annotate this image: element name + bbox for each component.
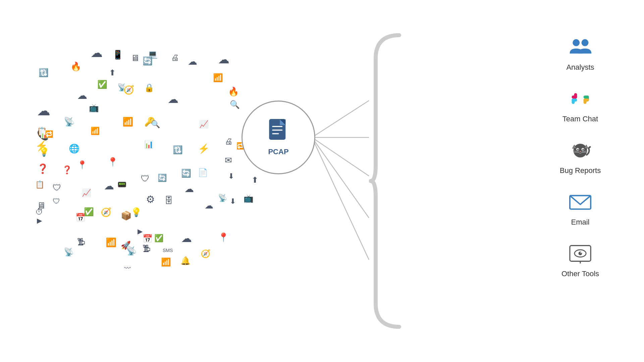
cloud-icon: 📶 — [161, 258, 171, 266]
cloud-icon: 🛡 — [53, 183, 61, 192]
cloud-icon: 🔁 — [45, 131, 53, 137]
cloud-icon: 📦 — [121, 211, 131, 220]
cloud-icon: 🌐 — [69, 144, 79, 153]
document-icon — [267, 119, 290, 145]
svg-line-9 — [312, 137, 369, 218]
cloud-icon: ☁ — [181, 233, 192, 244]
cloud-icon: 📊 — [144, 141, 153, 148]
svg-point-39 — [580, 252, 582, 253]
tool-item-bug-reports: Bug Reports — [560, 137, 601, 175]
email-icon — [569, 193, 592, 211]
cloud-icon: 📈 — [82, 189, 91, 197]
tool-item-team-chat: Team Chat — [562, 85, 598, 123]
cloud-icon: 🔔 — [180, 257, 191, 265]
cloud-icon: 📅 — [143, 235, 153, 243]
cloud-icon: 📱 — [112, 50, 123, 59]
right-panel: Analysts Team Chat — [543, 34, 617, 292]
cloud-icon: 📺 — [244, 194, 254, 202]
cloud-icon: ☁ — [184, 184, 194, 194]
cloud-icon: 📋 — [35, 181, 44, 188]
cloud-icon: ☁ — [37, 104, 50, 117]
cloud-icon: 📈 — [199, 121, 208, 128]
cloud-icon: SMS — [163, 248, 173, 253]
cloud-icon: 🔄 — [143, 57, 153, 65]
team-chat-icon-container — [567, 85, 594, 112]
svg-point-21 — [574, 144, 587, 158]
cloud-icon: ✅ — [154, 235, 163, 242]
cloud-icon: 🔍 — [230, 101, 240, 109]
cloud-icon: 🧭 — [101, 208, 111, 217]
cloud-icon: 🔄 — [158, 174, 167, 182]
cloud-icon: 🖨 — [225, 137, 233, 145]
bug-reports-label: Bug Reports — [560, 166, 601, 175]
cloud-icon: 📡 — [64, 248, 74, 256]
cloud-icon: ☁ — [218, 54, 229, 65]
tool-item-other-tools: Other Tools — [561, 240, 599, 278]
cloud-icon: ☁ — [104, 181, 114, 191]
email-icon-container — [567, 188, 594, 215]
cloud-icon: 📶 — [106, 238, 116, 247]
svg-rect-18 — [584, 99, 587, 104]
analysts-icon — [569, 37, 592, 57]
cloud-icon: 🔥 — [228, 87, 239, 96]
cloud-icon: 💡 — [131, 208, 142, 217]
svg-point-38 — [579, 252, 582, 255]
cloud-icon: 📶 — [91, 127, 100, 135]
cloud-icon: 🖥 — [131, 54, 140, 62]
cloud-icon: 📶 — [122, 117, 133, 126]
cloud-icon: 📍 — [218, 233, 229, 242]
icon-cloud: ☁☁☁☁☁☁☁☁☁☁📱🖥💻🖨📞📡📡🔒⚡⚡💡💡🔥🔥✅✅✅⬆⬆🧭🧭🧭📺📺📋📋❓❓📍📍… — [17, 17, 278, 278]
svg-line-10 — [312, 137, 369, 260]
cloud-icon: 📍 — [107, 158, 118, 166]
cloud-icon: 📡 — [218, 194, 227, 202]
pcap-circle: PCAP — [241, 101, 315, 174]
cloud-icon: ⚡ — [198, 144, 210, 154]
cloud-icon: 〰 — [124, 265, 131, 272]
svg-rect-14 — [572, 99, 575, 104]
cloud-icon: ▶ — [138, 228, 143, 235]
cloud-icon: ☁ — [91, 47, 103, 59]
cloud-icon: ▶ — [37, 217, 42, 224]
cloud-icon: 📡 — [64, 117, 74, 126]
cloud-icon: ⬆ — [109, 69, 116, 77]
analysts-icon-container — [567, 34, 594, 60]
slack-icon — [570, 88, 591, 109]
team-chat-label: Team Chat — [562, 115, 598, 123]
email-label: Email — [571, 218, 589, 227]
cloud-icon: 🔍 — [151, 121, 160, 128]
other-tools-icon-container — [567, 240, 594, 267]
other-tools-label: Other Tools — [561, 269, 599, 278]
bug-reports-icon-container — [567, 137, 594, 164]
cloud-icon: 🧭 — [201, 250, 211, 258]
tool-item-analysts: Analysts — [566, 34, 594, 72]
cloud-icon: 🖨 — [171, 54, 179, 62]
svg-point-30 — [580, 151, 581, 152]
analysts-label: Analysts — [566, 63, 594, 72]
cloud-icon: 🗜 — [77, 238, 85, 246]
cloud-icon: ⏱ — [35, 208, 43, 216]
eye-icon — [569, 243, 592, 263]
curly-brace — [369, 32, 406, 330]
cloud-icon: 🔃 — [173, 146, 183, 154]
cloud-icon: ⬇ — [230, 198, 236, 205]
cloud-icon: ❓ — [37, 164, 49, 174]
cloud-icon: 🔒 — [144, 84, 154, 92]
cloud-icon: ✉ — [225, 156, 232, 165]
cloud-icon: 🚀 — [121, 241, 131, 249]
svg-point-25 — [582, 149, 584, 150]
cloud-icon: 💡 — [39, 147, 49, 156]
cloud-icon: 📍 — [77, 161, 87, 169]
cloud-icon: ❓ — [62, 166, 72, 174]
svg-rect-20 — [574, 93, 577, 99]
cloud-icon: ⚙ — [146, 194, 155, 204]
cloud-icon: ☁ — [77, 90, 87, 101]
cloud-icon: 🗜 — [143, 245, 151, 253]
cloud-icon: ☁ — [168, 94, 178, 105]
cloud-icon: 🔃 — [39, 69, 49, 77]
svg-point-12 — [582, 39, 589, 46]
cloud-icon: ⬆ — [252, 176, 258, 184]
cloud-icon: 📶 — [213, 74, 223, 82]
cloud-icon: 🗄 — [164, 196, 173, 205]
cloud-icon: ✅ — [97, 80, 107, 88]
cloud-icon: 🛡 — [141, 174, 150, 183]
